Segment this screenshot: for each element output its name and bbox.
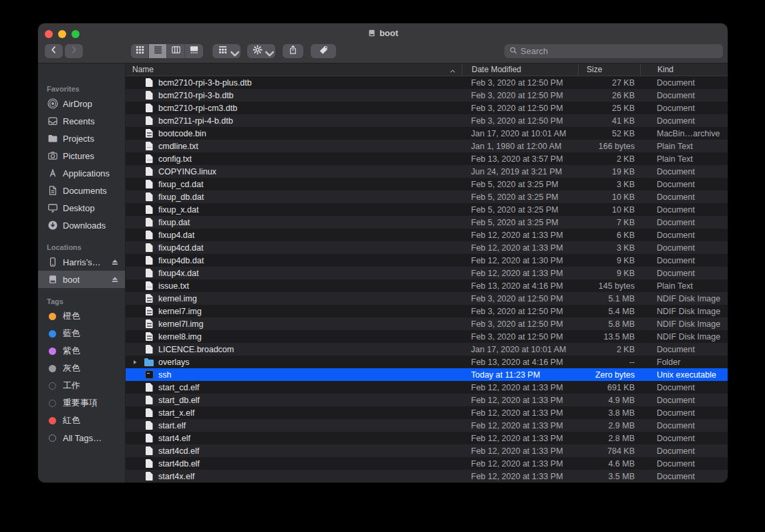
appstore-icon	[47, 168, 58, 179]
file-row-start4.elf[interactable]: start4.elfFeb 12, 2020 at 1:33 PM2.8 MBD…	[126, 432, 728, 444]
sidebar-item-boot[interactable]: boot	[38, 271, 125, 288]
file-row-fixup4db.dat[interactable]: fixup4db.datFeb 12, 2020 at 1:30 PM9 KBD…	[126, 254, 728, 267]
name-cell: start_db.elf	[126, 394, 462, 406]
column-header-size[interactable]: Size	[578, 63, 640, 76]
sidebar-item-tag-blue[interactable]: 藍色	[38, 325, 125, 342]
file-row-kernel8.img[interactable]: kernel8.imgFeb 3, 2020 at 12:50 PM13.5 M…	[126, 330, 728, 343]
file-row-fixup4.dat[interactable]: fixup4.datFeb 12, 2020 at 1:33 PM6 KBDoc…	[126, 229, 728, 241]
column-header-date-modified[interactable]: Date Modified	[462, 63, 578, 76]
tag-button[interactable]	[311, 44, 336, 58]
sidebar-item-desktop[interactable]: Desktop	[38, 199, 125, 217]
sidebar-item-documents[interactable]: Documents	[38, 182, 125, 199]
date-modified-cell: Jan 17, 2020 at 10:01 AM	[462, 343, 578, 356]
file-row-issue.txt[interactable]: issue.txtFeb 13, 2020 at 4:16 PM145 byte…	[126, 279, 728, 292]
file-row-overlays[interactable]: overlaysFeb 13, 2020 at 4:16 PM--Folder	[126, 356, 728, 368]
search-field[interactable]	[504, 44, 723, 58]
disclosure-spacer	[131, 396, 139, 404]
sidebar-item-downloads[interactable]: Downloads	[38, 217, 125, 234]
date-modified-cell: Feb 3, 2020 at 12:50 PM	[462, 330, 578, 343]
file-row-start.elf[interactable]: start.elfFeb 12, 2020 at 1:33 PM2.9 MBDo…	[126, 419, 728, 432]
kind-cell: NDIF Disk Image	[640, 317, 728, 330]
file-row-fixup4x.dat[interactable]: fixup4x.datFeb 12, 2020 at 1:33 PM9 KBDo…	[126, 267, 728, 279]
file-row-bcm2710-rpi-3-b.dtb[interactable]: bcm2710-rpi-3-b.dtbFeb 3, 2020 at 12:50 …	[126, 89, 728, 102]
group-button[interactable]	[212, 44, 241, 58]
sidebar-item-recents[interactable]: Recents	[38, 112, 125, 130]
tag-circle-icon	[49, 417, 56, 424]
file-row-config.txt[interactable]: config.txtFeb 13, 2020 at 3:57 PM2 KBPla…	[126, 152, 728, 165]
file-row-kernel7l.img[interactable]: kernel7l.imgFeb 3, 2020 at 12:50 PM5.8 M…	[126, 317, 728, 330]
sidebar-item-tag-gray[interactable]: 灰色	[38, 360, 125, 377]
file-row-start_cd.elf[interactable]: start_cd.elfFeb 12, 2020 at 1:33 PM691 K…	[126, 381, 728, 394]
kind-cell: Document	[640, 394, 728, 406]
file-name: start4cd.elf	[158, 446, 199, 456]
file-name: fixup4cd.dat	[158, 243, 203, 253]
file-row-fixup_db.dat[interactable]: fixup_db.datFeb 5, 2020 at 3:25 PM10 KBD…	[126, 190, 728, 203]
eject-icon[interactable]	[111, 275, 119, 283]
kind-cell: Document	[640, 444, 728, 457]
file-row-start4x.elf[interactable]: start4x.elfFeb 12, 2020 at 1:33 PM3.5 MB…	[126, 470, 728, 483]
date-modified-cell: Feb 12, 2020 at 1:33 PM	[462, 419, 578, 432]
file-icon-img	[144, 332, 154, 341]
disk-icon	[367, 29, 376, 37]
sidebar-item-tag-orange[interactable]: 橙色	[38, 307, 125, 325]
file-icon-doc	[144, 243, 154, 252]
file-name: bootcode.bin	[158, 129, 206, 138]
file-row-start4db.elf[interactable]: start4db.elfFeb 12, 2020 at 1:33 PM4.6 M…	[126, 457, 728, 470]
back-button[interactable]	[45, 44, 63, 58]
file-row-start_x.elf[interactable]: start_x.elfFeb 12, 2020 at 1:33 PM3.8 MB…	[126, 406, 728, 419]
file-row-ssh[interactable]: sshToday at 11:23 PMZero bytesUnix execu…	[126, 368, 728, 381]
file-row-bootcode.bin[interactable]: bootcode.binJan 17, 2020 at 10:01 AM52 K…	[126, 127, 728, 140]
file-name: kernel7.img	[158, 307, 202, 316]
view-mode-column-view[interactable]	[167, 44, 185, 58]
sidebar-item-tag-purple[interactable]: 紫色	[38, 342, 125, 360]
sidebar-item-tag-work[interactable]: 工作	[38, 377, 125, 394]
sidebar-item-harriss-iphone[interactable]: Harris’s…	[38, 253, 125, 271]
disclosure-triangle-icon[interactable]	[131, 358, 139, 366]
file-row-bcm2710-rpi-cm3.dtb[interactable]: bcm2710-rpi-cm3.dtbFeb 3, 2020 at 12:50 …	[126, 102, 728, 114]
sidebar-item-tag-important[interactable]: 重要事項	[38, 394, 125, 412]
file-icon-doc	[144, 345, 154, 354]
sidebar-item-applications[interactable]: Applications	[38, 164, 125, 182]
kind-cell: Document	[640, 216, 728, 229]
size-cell: 4.6 MB	[578, 457, 640, 470]
column-header-kind[interactable]: Kind	[640, 63, 728, 76]
action-button[interactable]	[247, 44, 275, 58]
share-button[interactable]	[283, 44, 303, 58]
file-icon-txt	[144, 281, 154, 290]
file-row-COPYING.linux[interactable]: COPYING.linuxJun 24, 2019 at 3:21 PM19 K…	[126, 165, 728, 178]
sidebar-item-tag-red[interactable]: 紅色	[38, 412, 125, 429]
file-row-fixup_x.dat[interactable]: fixup_x.datFeb 5, 2020 at 3:25 PM10 KBDo…	[126, 203, 728, 216]
kind-cell: NDIF Disk Image	[640, 292, 728, 305]
view-mode-icon-view[interactable]	[131, 44, 149, 58]
file-row-start_db.elf[interactable]: start_db.elfFeb 12, 2020 at 1:33 PM4.9 M…	[126, 394, 728, 406]
file-row-LICENCE.broadcom[interactable]: LICENCE.broadcomJan 17, 2020 at 10:01 AM…	[126, 343, 728, 356]
sidebar-item-label: AirDrop	[63, 99, 92, 109]
sidebar-item-airdrop[interactable]: AirDrop	[38, 95, 125, 112]
date-modified-cell: Feb 13, 2020 at 4:16 PM	[462, 356, 578, 368]
file-row-fixup4cd.dat[interactable]: fixup4cd.datFeb 12, 2020 at 1:33 PM3 KBD…	[126, 241, 728, 254]
file-row-fixup.dat[interactable]: fixup.datFeb 5, 2020 at 3:25 PM7 KBDocum…	[126, 216, 728, 229]
search-input[interactable]	[520, 46, 718, 56]
file-row-start4cd.elf[interactable]: start4cd.elfFeb 12, 2020 at 1:33 PM784 K…	[126, 444, 728, 457]
sidebar-item-projects[interactable]: Projects	[38, 130, 125, 147]
file-name: bcm2710-rpi-3-b.dtb	[158, 91, 234, 100]
sidebar-item-all-tags[interactable]: All Tags…	[38, 429, 125, 446]
forward-button[interactable]	[65, 44, 83, 58]
file-row-cmdline.txt[interactable]: cmdline.txtJan 1, 1980 at 12:00 AM166 by…	[126, 140, 728, 152]
bin-file-icon	[146, 129, 153, 138]
eject-icon[interactable]	[111, 258, 119, 266]
column-view-icon	[171, 45, 181, 57]
file-icon-doc	[144, 434, 154, 442]
name-cell: fixup_db.dat	[126, 190, 462, 203]
sidebar-item-pictures[interactable]: Pictures	[38, 147, 125, 164]
column-header-name[interactable]: Name	[126, 63, 462, 76]
file-row-kernel.img[interactable]: kernel.imgFeb 3, 2020 at 12:50 PM5.1 MBN…	[126, 292, 728, 305]
file-row-bcm2711-rpi-4-b.dtb[interactable]: bcm2711-rpi-4-b.dtbFeb 3, 2020 at 12:50 …	[126, 114, 728, 127]
view-mode-list-view[interactable]	[149, 44, 167, 58]
file-row-bcm2710-rpi-3-b-plus.dtb[interactable]: bcm2710-rpi-3-b-plus.dtbFeb 3, 2020 at 1…	[126, 76, 728, 89]
file-icon-doc	[144, 269, 154, 277]
file-row-fixup_cd.dat[interactable]: fixup_cd.datFeb 5, 2020 at 3:25 PM3 KBDo…	[126, 178, 728, 190]
file-row-kernel7.img[interactable]: kernel7.imgFeb 3, 2020 at 12:50 PM5.4 MB…	[126, 305, 728, 317]
doc-file-icon	[146, 231, 153, 239]
view-mode-gallery-view[interactable]	[185, 44, 203, 58]
